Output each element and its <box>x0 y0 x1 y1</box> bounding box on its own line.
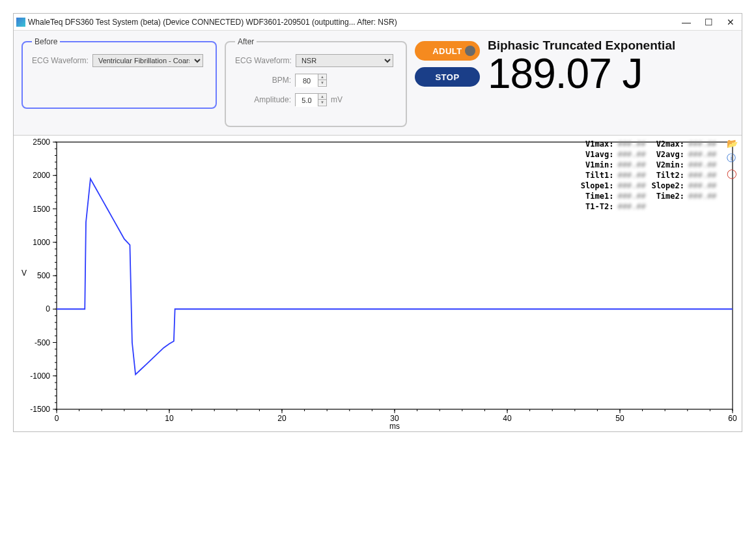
svg-text:0: 0 <box>46 304 50 313</box>
amp-label: Amplitude: <box>235 95 291 104</box>
svg-text:20: 20 <box>277 414 287 423</box>
before-ecg-select[interactable]: Ventricular Fibrillation - Coarse <box>92 54 203 67</box>
svg-text:0: 0 <box>55 414 59 423</box>
app-icon <box>16 18 25 27</box>
maximize-button[interactable]: ☐ <box>701 17 716 27</box>
amp-spinner[interactable]: ▲▼ <box>295 93 327 106</box>
svg-text:40: 40 <box>503 414 512 423</box>
bpm-down-icon[interactable]: ▼ <box>318 80 326 85</box>
energy-readout: Biphasic Truncated Exponential 189.07 J <box>488 37 734 94</box>
amp-input[interactable] <box>296 94 318 107</box>
stop-button[interactable]: STOP <box>415 67 480 87</box>
before-ecg-label: ECG Waveform: <box>32 56 89 65</box>
before-group: Before ECG Waveform: Ventricular Fibrill… <box>21 37 217 109</box>
alert-icon[interactable]: ◯ <box>727 168 738 179</box>
stats-overlay: V1max:###.##V2max:###.##V1avg:###.##V2av… <box>581 139 718 211</box>
amp-down-icon[interactable]: ▼ <box>318 100 326 105</box>
svg-text:1500: 1500 <box>33 205 50 214</box>
svg-text:ms: ms <box>389 422 400 431</box>
chart-panel: -1500-1000-50005001000150020002500010203… <box>14 136 742 431</box>
svg-text:1000: 1000 <box>33 238 50 247</box>
svg-text:500: 500 <box>37 271 50 280</box>
mode-buttons: ADULT STOP <box>415 37 480 87</box>
svg-text:2000: 2000 <box>33 171 50 180</box>
after-group: After ECG Waveform: NSR BPM: ▲▼ Amplitud… <box>225 37 407 127</box>
adult-button[interactable]: ADULT <box>415 41 480 61</box>
svg-text:60: 60 <box>728 414 737 423</box>
svg-text:-1500: -1500 <box>30 405 50 414</box>
close-button[interactable]: ✕ <box>723 17 738 27</box>
svg-text:50: 50 <box>615 414 624 423</box>
svg-text:V: V <box>21 268 27 278</box>
amp-unit: mV <box>331 95 343 104</box>
window-title: WhaleTeq DFS360 Test System (beta) (Devi… <box>28 18 397 27</box>
svg-text:-1000: -1000 <box>30 371 50 381</box>
chart-side-icons: 📂 ⓘ ◯ <box>727 138 738 179</box>
open-icon[interactable]: 📂 <box>727 138 738 149</box>
bpm-label: BPM: <box>235 76 291 85</box>
bpm-spinner[interactable]: ▲▼ <box>295 74 327 87</box>
bpm-input[interactable] <box>296 74 318 87</box>
svg-text:10: 10 <box>165 414 174 423</box>
after-ecg-select[interactable]: NSR <box>296 54 393 67</box>
readout-value: 189.07 J <box>488 53 643 94</box>
before-legend: Before <box>32 37 60 46</box>
amp-up-icon[interactable]: ▲ <box>318 94 326 100</box>
svg-text:2500: 2500 <box>33 138 50 147</box>
settings-panel: Before ECG Waveform: Ventricular Fibrill… <box>14 31 742 136</box>
info-icon[interactable]: ⓘ <box>727 152 738 164</box>
svg-text:-500: -500 <box>35 338 50 347</box>
after-legend: After <box>235 37 257 46</box>
bpm-up-icon[interactable]: ▲ <box>318 74 326 80</box>
titlebar: WhaleTeq DFS360 Test System (beta) (Devi… <box>14 14 742 31</box>
application-window: WhaleTeq DFS360 Test System (beta) (Devi… <box>13 13 742 432</box>
after-ecg-label: ECG Waveform: <box>235 56 292 65</box>
minimize-button[interactable]: — <box>679 17 693 27</box>
